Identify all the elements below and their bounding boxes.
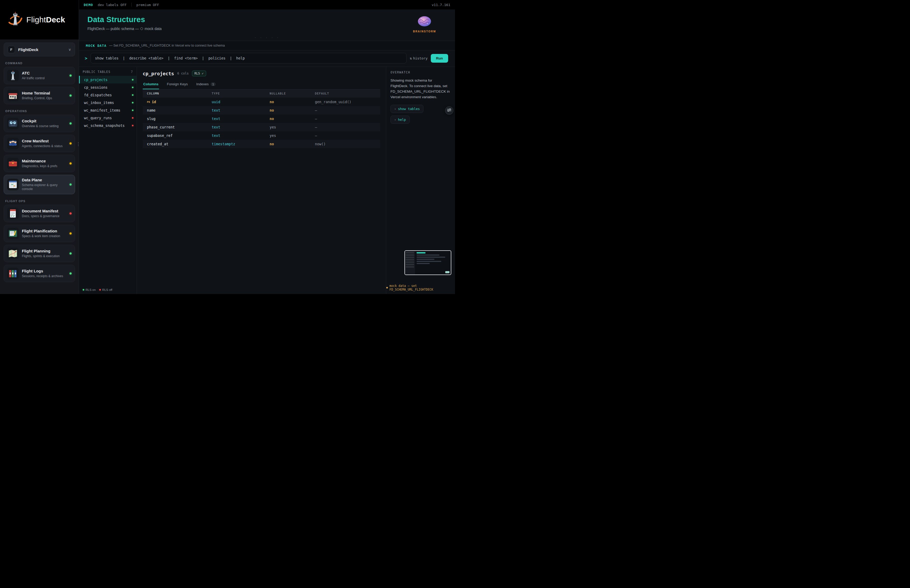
table-name: cp_projects — [84, 78, 132, 82]
page-header: Data Structures FlightDeck — public sche… — [79, 10, 455, 37]
sidebar-item-title: Flight Planning — [22, 249, 50, 253]
sidebar-item-flight-logs[interactable]: Flight Logs Sessions, receipts & archive… — [4, 265, 75, 282]
status-dot-yellow — [70, 233, 72, 234]
rls-off-legend: RLS off — [99, 288, 112, 291]
tables-panel-header: PUBLIC TABLES 7 — [79, 67, 137, 76]
table-list-item-wc-schema-snapshots[interactable]: wc_schema_snapshots — [79, 121, 137, 129]
sidebar-item-flight-planning[interactable]: Flight Planning Flights, sprints & execu… — [4, 245, 75, 262]
mock-data-circle-icon — [141, 27, 143, 30]
sidebar-item-data-plane[interactable]: Data Plane Schema explorer & query conso… — [4, 175, 75, 194]
top-status-strip: DEMO dev labels OFF premium OFF v11.7.16… — [79, 0, 455, 10]
column-name-cell: slug — [143, 116, 212, 121]
column-default: — — [315, 108, 380, 112]
table-row: PKid uuid no gen_random_uuid() — [143, 98, 380, 106]
preview-sidebar — [405, 251, 415, 275]
sidebar-item-body: Cockpit Overview & course setting — [22, 119, 66, 128]
col-header-column: COLUMN — [143, 92, 212, 95]
app-version: v11.7.161 — [432, 3, 450, 7]
sidebar-item-subtitle: Flights, sprints & execution — [22, 254, 66, 258]
suggestion-show-tables-button[interactable]: › show tables — [391, 105, 423, 113]
workspace-switcher[interactable]: F FlightDeck ∨ — [4, 43, 75, 57]
table-list-item-wc-manifest-items[interactable]: wc_manifest_items — [79, 106, 137, 114]
chevron-right-icon: › — [394, 107, 396, 111]
sidebar-item-body: Flight Planning Flights, sprints & execu… — [22, 249, 66, 258]
sidebar-item-subtitle: Air traffic control — [22, 76, 66, 81]
content-area: PUBLIC TABLES 7 cp_projects cp_sessions … — [79, 66, 455, 294]
status-dot-green — [70, 272, 72, 275]
preview-main — [415, 251, 451, 275]
rls-off-dot — [132, 125, 134, 126]
sidebar-item-crew-manifest[interactable]: Crew Manifest Agents, connections & stat… — [4, 135, 75, 152]
sidebar-item-flight-planification[interactable]: Flight Planification Specs & work item c… — [4, 225, 75, 242]
mock-data-dot — [386, 287, 388, 289]
overwatch-suggestions: › show tables › help — [391, 105, 451, 124]
overwatch-panel: OVERWATCH Showing mock schema for Flight… — [386, 67, 455, 294]
sidebar-item-home-terminal[interactable]: Home Terminal Briefing, Control, Ops — [4, 87, 75, 104]
column-type: text — [212, 133, 270, 138]
table-name: cp_sessions — [84, 85, 132, 89]
column-name-cell: name — [143, 108, 212, 112]
command-input[interactable] — [91, 53, 407, 63]
page-subtitle-suffix: mock data — [145, 27, 162, 31]
indexes-count-badge: 1 — [211, 82, 216, 86]
map-icon — [7, 248, 19, 259]
header-collapse-handle[interactable]: · · · · · — [79, 37, 455, 41]
public-tables-panel: PUBLIC TABLES 7 cp_projects cp_sessions … — [79, 67, 137, 294]
table-name: wc_inbox_items — [84, 100, 132, 105]
column-type: text — [212, 125, 270, 129]
status-dot-red — [70, 212, 72, 215]
suggestion-help-button[interactable]: › help — [391, 116, 410, 124]
mock-data-status-text: mock data — set FD_SCHEMA_URL_FLIGHTDECK — [390, 284, 451, 291]
premium-toggle[interactable]: premium OFF — [136, 3, 159, 7]
rls-legend: RLS on RLS off — [79, 286, 137, 294]
sidebar-resize-handle[interactable] — [78, 142, 79, 146]
column-type: text — [212, 108, 270, 112]
dev-labels-toggle[interactable]: dev labels OFF — [98, 3, 127, 7]
sidebar-item-subtitle: Briefing, Control, Ops — [22, 96, 66, 100]
column-default: now() — [315, 142, 380, 146]
sidebar-item-atc[interactable]: ATC Air traffic control — [4, 67, 75, 84]
sidebar-item-cockpit[interactable]: Cockpit Overview & course setting — [4, 115, 75, 132]
sidebar-item-maintenance[interactable]: Maintenance Diagnostics, keys & prefs — [4, 155, 75, 172]
status-dot-green — [70, 183, 72, 186]
settings-fab-button[interactable] — [445, 106, 453, 115]
table-list-item-cp-sessions[interactable]: cp_sessions — [79, 84, 137, 91]
chevron-right-icon: › — [394, 118, 396, 121]
table-name: wc_manifest_items — [84, 108, 132, 112]
table-list-item-cp-projects[interactable]: cp_projects — [79, 76, 137, 84]
terminal-building-icon — [7, 90, 19, 101]
rls-badge: RLS ✓ — [192, 71, 207, 76]
history-button[interactable]: ⇅ history — [410, 57, 428, 60]
column-name: phase_current — [147, 125, 175, 129]
status-dot-yellow — [70, 162, 72, 165]
sidebar-item-title: Home Terminal — [22, 91, 50, 95]
column-type: uuid — [212, 100, 270, 104]
sidebar-item-body: Flight Planification Specs & work item c… — [22, 229, 66, 238]
column-default: — — [315, 133, 380, 138]
workspace-name: FlightDeck — [18, 47, 65, 52]
table-detail-panel: cp_projects 6 cols RLS ✓ Columns Foreign… — [137, 67, 386, 294]
sidebar-item-subtitle: Agents, connections & status — [22, 144, 66, 149]
run-button[interactable]: Run — [431, 54, 448, 63]
column-name: name — [147, 108, 156, 112]
status-dot-green — [70, 123, 72, 124]
tab-columns[interactable]: Columns — [143, 80, 159, 89]
rls-on-legend: RLS on — [83, 288, 95, 291]
column-name: slug — [147, 116, 156, 121]
tab-label: Indexes — [196, 82, 209, 86]
sidebar-item-title: Crew Manifest — [22, 139, 49, 143]
tab-foreign-keys[interactable]: Foreign Keys — [166, 80, 189, 89]
table-name: wc_schema_snapshots — [84, 123, 132, 128]
suggestion-label: show tables — [398, 107, 420, 111]
table-list-item-wc-inbox-items[interactable]: wc_inbox_items — [79, 99, 137, 106]
sidebar-item-document-manifest[interactable]: Document Manifest Docs, specs & governan… — [4, 205, 75, 222]
sliders-icon — [447, 108, 452, 113]
table-list-item-fd-dispatches[interactable]: fd_dispatches — [79, 91, 137, 99]
table-detail-header: cp_projects 6 cols RLS ✓ — [143, 71, 380, 76]
blueprint-icon — [7, 228, 19, 239]
table-list-item-wc-query-runs[interactable]: wc_query_runs — [79, 114, 137, 121]
app-preview-thumbnail[interactable] — [404, 250, 451, 275]
tab-indexes[interactable]: Indexes1 — [196, 80, 216, 89]
document-icon — [7, 208, 19, 219]
column-nullable: no — [270, 108, 315, 112]
